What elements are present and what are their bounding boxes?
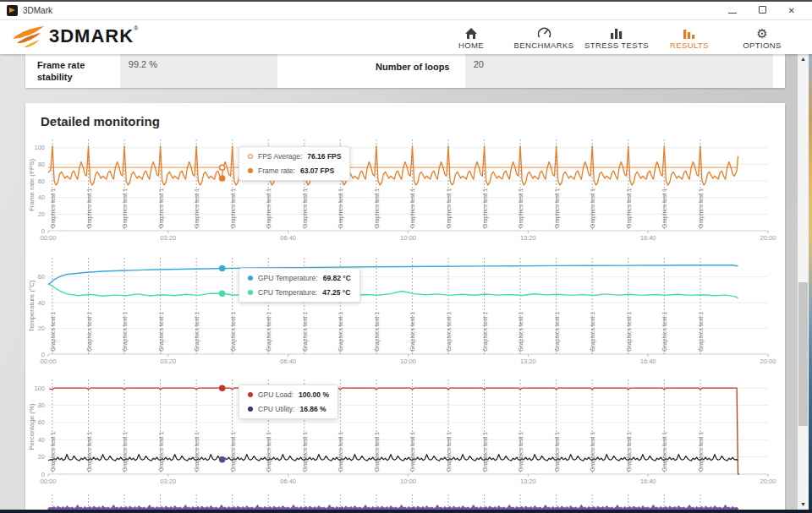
svg-text:40: 40 [38,436,45,444]
svg-text:Graphics test 1: Graphics test 1 [337,188,344,228]
svg-text:Graphics test 1: Graphics test 1 [50,188,57,228]
svg-text:100: 100 [34,144,45,151]
svg-text:Graphics test 1: Graphics test 1 [266,432,272,472]
temperature-chart: 0204060Graphics test 1Graphics test 1Gra… [27,253,783,371]
svg-text:80: 80 [38,161,45,168]
svg-text:00:00: 00:00 [41,357,57,365]
svg-text:Graphics test 1: Graphics test 1 [158,312,165,352]
scrollbar-thumb[interactable] [798,282,808,426]
scroll-down-arrow-icon[interactable]: ▼ [798,499,809,510]
svg-text:Graphics test 1: Graphics test 1 [86,432,93,472]
options-gear-icon: ⚙ [756,25,767,40]
cpu-temperature-dot-icon [248,290,253,295]
svg-text:60: 60 [38,177,45,185]
frame-rate-stability-value: 99.2 % [120,54,277,88]
svg-text:Graphics test 1: Graphics test 1 [302,188,309,228]
svg-text:Graphics test 1: Graphics test 1 [482,432,489,472]
svg-text:Graphics test 1: Graphics test 1 [554,188,561,228]
svg-text:100: 100 [34,385,45,392]
result-summary-card: Frame rate stability 99.2 % Number of lo… [25,54,785,88]
svg-text:06:40: 06:40 [280,234,296,242]
svg-text:Graphics test 1: Graphics test 1 [337,432,344,472]
svg-text:Graphics test 1: Graphics test 1 [302,432,309,472]
svg-text:Graphics test 1: Graphics test 1 [446,432,453,472]
results-scroll-area: Frame rate stability 99.2 % Number of lo… [0,54,812,513]
svg-text:80: 80 [38,401,45,409]
nav-item-home[interactable]: HOME [438,25,504,50]
svg-text:Graphics test 1: Graphics test 1 [409,432,416,472]
svg-text:Graphics test 1: Graphics test 1 [266,188,272,228]
window-bottom-edge [0,510,812,513]
gpu-temperature-dot-icon [248,276,253,281]
svg-text:20:00: 20:00 [760,478,776,485]
partial-bottom-plot[interactable] [27,494,783,510]
benchmarks-gauge-icon [537,25,551,40]
3dmark-wing-icon [12,25,46,49]
vertical-scrollbar[interactable]: ▲ ▼ [798,54,809,513]
nav-item-benchmarks[interactable]: BENCHMARKS [511,25,577,50]
svg-text:03:20: 03:20 [160,357,176,365]
svg-text:03:20: 03:20 [160,478,176,485]
svg-text:Graphics test 1: Graphics test 1 [194,188,200,228]
close-button[interactable]: ✕ [788,7,795,15]
main-nav: 3DMARK® HOME BENCHMARKS STRESS TESTS [0,20,812,54]
svg-text:10:00: 10:00 [400,478,416,485]
nav-item-results[interactable]: RESULTS [656,25,722,50]
percentage-plot[interactable]: 020406080100Graphics test 1Graphics test… [27,374,783,491]
svg-text:Graphics test 1: Graphics test 1 [518,188,524,228]
svg-text:Graphics test 1: Graphics test 1 [158,188,165,228]
svg-text:40: 40 [38,194,45,201]
svg-text:Graphics test 1: Graphics test 1 [158,432,165,472]
svg-text:20: 20 [38,453,45,461]
svg-text:Frame rate (FPS): Frame rate (FPS) [28,159,36,212]
percentage-chart: 020406080100Graphics test 1Graphics test… [27,374,783,491]
gpu-load-dot-icon [248,392,253,397]
svg-text:40: 40 [38,299,45,307]
svg-text:Graphics test 1: Graphics test 1 [86,188,93,228]
svg-text:03:20: 03:20 [160,234,176,242]
nav-item-options[interactable]: ⚙ OPTIONS [729,25,795,50]
svg-text:13:20: 13:20 [520,478,536,485]
svg-text:20: 20 [38,325,45,332]
svg-text:20:00: 20:00 [760,357,776,365]
svg-text:10:00: 10:00 [400,357,416,365]
svg-text:06:40: 06:40 [280,478,296,485]
svg-text:Graphics test 1: Graphics test 1 [122,312,129,352]
svg-text:Percentage (%): Percentage (%) [28,403,36,450]
svg-text:Graphics test 1: Graphics test 1 [409,312,416,352]
cpu-utility-dot-icon [248,407,253,412]
nav-item-stress-tests[interactable]: STRESS TESTS [584,25,650,50]
svg-text:Graphics test 1: Graphics test 1 [374,188,381,228]
svg-text:16:40: 16:40 [640,478,656,485]
svg-text:13:20: 13:20 [520,234,536,242]
svg-text:Graphics test 1: Graphics test 1 [194,432,200,472]
svg-text:Graphics test 1: Graphics test 1 [337,312,344,352]
svg-text:Graphics test 1: Graphics test 1 [122,188,129,228]
app-logo-icon [7,5,18,16]
svg-text:Graphics test 1: Graphics test 1 [86,312,93,352]
svg-text:Graphics test 1: Graphics test 1 [194,312,200,352]
svg-text:Graphics test 1: Graphics test 1 [266,312,272,352]
svg-text:Graphics test 1: Graphics test 1 [122,432,129,472]
nav-items: HOME BENCHMARKS STRESS TESTS RESULTS [438,25,800,50]
svg-text:Graphics test 1: Graphics test 1 [554,312,561,352]
minimize-button[interactable] [728,7,737,15]
maximize-button[interactable] [759,6,766,15]
section-title: Detailed monitoring [25,103,785,134]
svg-text:Graphics test 1: Graphics test 1 [446,188,453,228]
percentage-tooltip: GPU Load:100.00 % CPU Utility:16.86 % [239,385,338,419]
svg-text:13:20: 13:20 [520,357,536,365]
temperature-plot[interactable]: 0204060Graphics test 1Graphics test 1Gra… [27,253,783,371]
svg-text:Graphics test 1: Graphics test 1 [50,432,57,472]
svg-text:60: 60 [38,418,45,426]
svg-text:Graphics test 1: Graphics test 1 [374,432,381,472]
svg-text:Graphics test 1: Graphics test 1 [230,312,237,352]
svg-text:Graphics test 1: Graphics test 1 [698,188,705,228]
scroll-up-arrow-icon[interactable]: ▲ [798,54,809,64]
frame-rate-plot[interactable]: 020406080100Graphics test 1Graphics test… [27,134,783,249]
frame-rate-tooltip: FPS Average:76.16 FPS Frame rate:63.07 F… [239,146,350,181]
svg-text:00:00: 00:00 [41,478,57,485]
3dmark-logo: 3DMARK® [12,25,138,49]
frame-rate-chart: 020406080100Graphics test 1Graphics test… [27,134,783,249]
detailed-monitoring-card: Detailed monitoring 020406080100Graphics… [25,103,785,513]
